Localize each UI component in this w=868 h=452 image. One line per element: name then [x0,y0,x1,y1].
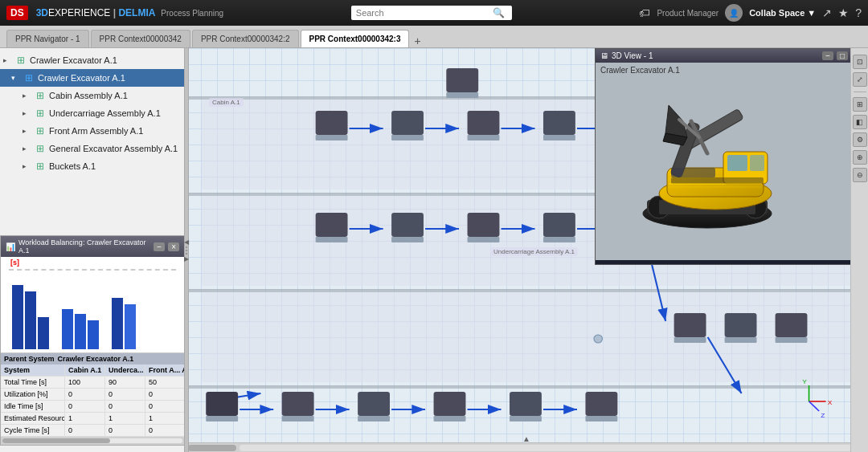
tree-item-crawler-selected[interactable]: ▾ ⊞ Crawler Excavator A.1 [0,69,184,87]
search-area: 🔍 [228,6,634,20]
workload-chart: [s] [1,257,184,353]
svg-rect-67 [585,416,617,421]
bar-group-2 [62,309,99,349]
svg-rect-46 [543,213,575,237]
rtb-settings-button[interactable]: ⚙ [853,132,867,147]
tree-label-3: Cabin Assembly A.1 [49,91,128,100]
tree-label-2: Crawler Excavator A.1 [38,73,125,83]
sep-arrow-right: ▶ [184,255,189,263]
row-label-cycle: Cycle Time [s] [1,425,65,436]
search-input[interactable] [356,8,493,18]
table-scrollbar-thumb[interactable] [2,438,110,443]
view3d-maximize-button[interactable]: □ [837,51,848,60]
svg-rect-27 [316,135,348,140]
svg-rect-65 [510,416,542,421]
svg-rect-59 [282,416,314,421]
row-val-est-cabin: 1 [65,413,105,424]
expand-icon-3[interactable]: ▸ [23,92,32,100]
svg-rect-50 [674,313,706,337]
view3d-content[interactable]: Crawler Excavator A.1 [596,63,867,260]
tree-item-cabin[interactable]: ▸ ⊞ Cabin Assembly A.1 [0,87,184,104]
tab-ppr-navigator[interactable]: PPR Navigator - 1 [6,30,89,47]
help-icon[interactable]: ? [855,6,862,19]
parent-system-value: Crawler Excavator A.1 [58,355,134,363]
share-icon[interactable]: ↗ [822,6,832,19]
expand-down-icon: ▲ [522,434,530,443]
assembly-icon-7: ⊞ [34,160,47,173]
bar-under-idle [75,314,86,349]
expand-down-button[interactable]: ▲ [518,434,534,442]
workload-minimize-button[interactable]: − [154,242,165,251]
search-box[interactable]: 🔍 [351,6,512,20]
svg-rect-30 [468,111,500,135]
bar-cabin-total [12,285,23,349]
bookmark-icon[interactable]: ★ [838,6,849,19]
expand-icon-5[interactable]: ▸ [23,127,32,135]
ds-logo: DS [6,6,28,20]
parent-system-label: Parent System [4,355,55,363]
rtb-tool2-button[interactable]: ⊖ [853,168,867,182]
workload-close-button[interactable]: × [168,242,179,251]
expand-icon-6[interactable]: ▸ [23,145,32,153]
rtb-layers-button[interactable]: ⊞ [853,97,867,112]
expand-icon-4[interactable]: ▸ [23,109,32,117]
row-val-idle-cabin: 0 [65,401,105,412]
svg-rect-58 [282,392,314,416]
svg-rect-32 [543,111,575,135]
collab-space-button[interactable]: Collab Space ▼ [749,8,816,18]
svg-rect-61 [358,416,390,421]
tree-item-front-arm[interactable]: ▸ ⊞ Front Arm Assembly A.1 [0,122,184,140]
rtb-fullscreen-button[interactable]: ⤢ [853,72,867,87]
workload-chart-icon: 📊 [6,242,15,251]
right-toolbar: ⊡ ⤢ ⊞ ◧ ⚙ ⊕ ⊖ [850,48,868,452]
assembly-icon-3: ⊞ [34,89,47,102]
svg-rect-2 [185,289,860,292]
view3d-minimize-button[interactable]: − [822,51,833,60]
svg-rect-29 [391,135,424,140]
tag-icon[interactable]: 🏷 [639,6,650,19]
tree-item-buckets[interactable]: ▸ ⊞ Buckets A.1 [0,157,184,175]
horizontal-scrollbar[interactable] [185,442,868,452]
expand-icon-7[interactable]: ▸ [23,162,32,170]
workload-table-scrollbar[interactable] [1,437,184,445]
tree-item-crawler-top[interactable]: ▸ ⊞ Crawler Excavator A.1 [0,51,184,69]
header-right: 🏷 Product Manager 👤 Collab Space ▼ ↗ ★ ? [639,4,862,22]
rtb-expand-button[interactable]: ⊡ [853,55,867,69]
svg-rect-63 [434,416,466,421]
view3d-panel: 🖥 3D View - 1 − □ × Crawler Excavator A.… [595,48,868,265]
view3d-title-text: 🖥 3D View - 1 [600,51,653,60]
svg-rect-33 [543,135,575,140]
rtb-tool1-button[interactable]: ⊕ [853,150,867,165]
canvas-area[interactable]: X Y Z Undercarriage Assembly A.1 Cabin A… [185,48,868,452]
svg-rect-66 [585,392,617,416]
svg-rect-69 [446,92,478,98]
row-val-total-under: 90 [105,377,145,388]
expand-icon-2[interactable]: ▾ [11,74,21,82]
scrollbar-thumb[interactable] [188,445,236,451]
tab-ppr-context2[interactable]: PPR Context00000342:2 [192,30,299,47]
bar-front-idle [88,320,99,349]
scrollbar-track [240,445,868,451]
tree-item-undercarriage[interactable]: ▸ ⊞ Undercarriage Assembly A.1 [0,104,184,122]
panel-separator[interactable]: ◀ ▶ [184,48,189,452]
assembly-icon-5: ⊞ [34,124,47,137]
row-val-idle-front: 0 [145,401,186,412]
search-icon[interactable]: 🔍 [493,7,505,18]
svg-line-74 [809,401,820,411]
svg-rect-31 [468,135,500,140]
row-label-util: Utilization [%] [1,389,65,400]
tree-item-general-excavator[interactable]: ▸ ⊞ General Excavator Assembly A.1 [0,140,184,157]
workload-controls: − × [154,242,179,251]
tab-ppr-context3[interactable]: PPR Context00000342:3 [301,30,410,47]
lane-label-2: Cabin A.1 [209,98,244,107]
wt-row-utilization: Utilization [%] 0 0 0 [1,389,184,401]
tab-ppr-context1[interactable]: PPR Context00000342 [91,30,190,47]
rtb-view-button[interactable]: ◧ [853,115,867,129]
expand-icon[interactable]: ▸ [3,56,13,64]
sep-dot [186,246,187,248]
col-under: Underca... A.1 [105,364,145,376]
chart-unit-label: [s] [10,259,19,267]
svg-rect-6 [202,292,860,382]
add-tab-button[interactable]: + [411,35,424,47]
wt-row-idle: Idle Time [s] 0 0 0 [1,401,184,413]
